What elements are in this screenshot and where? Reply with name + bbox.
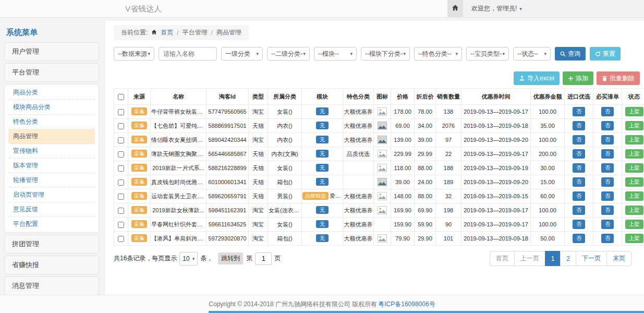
import-select-toggle[interactable]: 否 [573,149,586,159]
footer-copyright: Copyright © 2014-2018 广州九驰网络科技有限公司 版权所有 [209,300,377,309]
row-checkbox[interactable] [118,137,124,143]
home-button[interactable] [447,0,463,17]
page-button[interactable]: 下一页 [576,251,607,266]
per-page-suffix: 条， [200,254,213,263]
import-select-toggle[interactable]: 否 [573,234,586,243]
status-button[interactable]: 上架 [625,220,643,229]
sidebar-subitem[interactable]: 平台配置 [8,217,95,231]
reset-button[interactable]: 重置 [590,47,621,61]
sidebar-item[interactable]: 省赚快报 [4,256,99,274]
select-all-checkbox[interactable] [118,94,124,100]
status-button[interactable]: 上架 [625,206,643,215]
table-cell-must: 否 [593,175,622,189]
import-select-toggle[interactable]: 否 [573,163,586,173]
import-select-toggle[interactable]: 否 [573,135,586,145]
row-checkbox[interactable] [118,123,124,129]
product-name: 运动套装男士卫衣初秋... [151,189,206,203]
filter-select[interactable]: --模块--▾ [314,47,357,61]
sidebar-subitem[interactable]: 版本管理 [8,159,95,173]
sidebar-subitem[interactable]: 轮播管理 [8,173,95,188]
user-menu[interactable]: 欢迎您，管理员! ▾ [471,4,522,13]
status-button[interactable]: 上架 [625,177,643,187]
filter-select[interactable]: --二级分类--▾ [267,47,310,61]
filter-select[interactable]: 一级分类▾ [221,47,263,61]
import-select-toggle[interactable]: 否 [573,107,586,116]
filter-select[interactable]: --模块下分类--▾ [361,47,410,61]
row-checkbox[interactable] [118,151,124,158]
must-buy-toggle[interactable]: 否 [601,121,614,130]
filter-select[interactable]: --宝贝类型--▾ [466,47,509,61]
status-button[interactable]: 上架 [625,149,643,159]
import-select-toggle[interactable]: 否 [573,220,586,229]
status-button[interactable]: 上架 [625,107,643,116]
sidebar-subitem[interactable]: 宣传物料 [8,144,95,159]
status-button[interactable]: 上架 [625,234,643,243]
filter-select[interactable]: --状态--▾ [513,47,551,61]
sidebar-item[interactable]: 用户管理 [4,42,99,61]
sidebar-subitem[interactable]: 商品分类 [8,86,95,100]
search-button[interactable]: 查询 [555,47,586,61]
table-toolbar: 导入excel 添加 批量删除 [114,71,640,85]
import-select-toggle[interactable]: 否 [573,177,586,187]
module-none-badge: 无 [316,220,329,228]
must-buy-toggle[interactable]: 否 [601,220,614,229]
table-cell-amount: 200.00 [531,147,565,161]
page-button[interactable]: 2 [560,251,576,266]
filter-select[interactable]: --数据来源--▾ [114,47,154,61]
must-buy-toggle[interactable]: 否 [601,206,614,215]
add-button[interactable]: 添加 [563,71,593,85]
page-button[interactable]: 1 [545,251,561,266]
row-checkbox[interactable] [118,165,124,172]
filter-select[interactable]: --特色分类--▾ [414,47,462,61]
sidebar-item[interactable]: 平台管理 [4,63,99,82]
horizontal-scrollbar-thumb[interactable] [209,311,644,313]
must-buy-toggle[interactable]: 否 [601,163,614,173]
sidebar-subitem[interactable]: 启动页管理 [8,188,95,202]
table-row: 采集早春网红针织外套女春...596611634525淘宝女装()无大额优惠券1… [114,218,644,232]
status-button[interactable]: 上架 [625,121,643,130]
row-checkbox[interactable] [118,222,124,228]
sidebar-subitem[interactable]: 商品管理 [8,129,95,144]
jump-button[interactable]: 跳转到 [218,252,243,264]
sidebar-title: 系统菜单 [4,24,99,42]
per-page-select[interactable]: 10 ▾ [179,252,198,266]
table-cell-check [114,232,128,246]
status-button[interactable]: 上架 [625,163,643,173]
import-excel-button[interactable]: 导入excel [514,71,560,85]
page-button[interactable]: 首页 [490,251,515,266]
row-checkbox[interactable] [118,236,124,242]
import-select-toggle[interactable]: 否 [573,191,586,201]
sidebar-item[interactable]: 消息管理 [4,276,99,295]
must-buy-toggle[interactable]: 否 [601,135,614,145]
row-checkbox[interactable] [118,179,124,186]
must-buy-toggle[interactable]: 否 [601,234,614,243]
row-checkbox[interactable] [118,109,124,115]
table-cell-icon [374,189,391,203]
sidebar-subitem[interactable]: 模块商品分类 [8,100,95,115]
filter-name-input[interactable] [159,47,217,61]
must-buy-toggle[interactable]: 否 [601,149,614,159]
page-button[interactable]: 上一页 [514,251,545,266]
status-button[interactable]: 上架 [625,191,643,201]
table-cell-must: 否 [593,105,622,119]
icp-link[interactable]: 粤ICP备16098006号 [378,300,435,309]
source-badge: 采集 [131,220,147,228]
sidebar-subitem[interactable]: 意见反馈 [8,202,95,217]
must-buy-toggle[interactable]: 否 [601,177,614,187]
import-select-toggle[interactable]: 否 [573,206,586,215]
table-cell-imp: 否 [565,119,593,133]
row-checkbox[interactable] [118,194,124,200]
sidebar-item[interactable]: 拼团管理 [4,235,99,254]
import-select-toggle[interactable]: 否 [573,121,586,130]
must-buy-toggle[interactable]: 否 [601,191,614,201]
status-button[interactable]: 上架 [625,135,643,145]
breadcrumb-home-link[interactable]: 首页 [161,28,173,37]
page-button[interactable]: 末页 [606,251,631,266]
page-number-input[interactable] [255,252,272,265]
plus-icon [568,76,574,81]
batch-delete-button[interactable]: 批量删除 [597,71,640,85]
sidebar-subitem[interactable]: 特色分类 [8,115,95,129]
row-checkbox[interactable] [118,208,124,214]
table-cell-icon [374,218,391,232]
must-buy-toggle[interactable]: 否 [601,107,614,116]
